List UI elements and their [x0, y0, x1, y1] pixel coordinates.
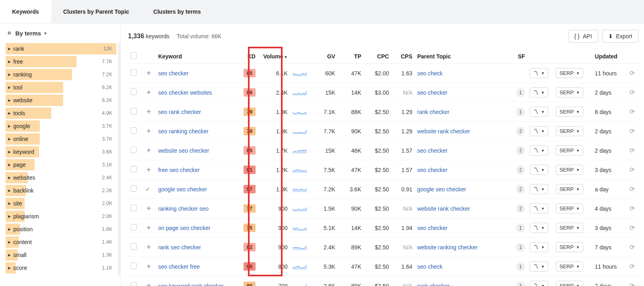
terms-list[interactable]: ▶rank 12K ▶free 7.7K ▶ranking 7.2K ▶tool…: [6, 42, 120, 276]
term-row-free[interactable]: ▶free 7.7K: [6, 55, 116, 68]
open-chart-button[interactable]: 〽 ▼: [530, 261, 548, 271]
open-chart-button[interactable]: 〽 ▼: [530, 165, 548, 175]
keyword-link[interactable]: seo rank checker: [158, 109, 201, 115]
keyword-link[interactable]: seo checker websites: [158, 89, 212, 96]
keyword-link[interactable]: seo ranking checker: [158, 128, 208, 135]
open-chart-button[interactable]: 〽 ▼: [530, 145, 548, 155]
row-checkbox[interactable]: [130, 147, 137, 153]
refresh-icon[interactable]: ⟳: [630, 89, 635, 96]
row-checkbox[interactable]: [130, 89, 137, 95]
parent-topic-link[interactable]: website rank checker: [417, 128, 471, 135]
sf-badge[interactable]: 1: [516, 243, 525, 252]
term-row-websites[interactable]: ▶websites 2.4K: [6, 171, 116, 184]
parent-topic-link[interactable]: seo checker: [417, 89, 448, 96]
term-row-score[interactable]: ▶score 1.1K: [6, 261, 116, 274]
open-chart-button[interactable]: 〽 ▼: [530, 223, 548, 233]
refresh-icon[interactable]: ⟳: [630, 263, 635, 270]
col-gv[interactable]: GV: [312, 49, 338, 64]
add-icon[interactable]: +: [145, 204, 153, 213]
parent-topic-link[interactable]: website rank checker: [417, 205, 471, 212]
serp-button[interactable]: SERP ▼: [556, 145, 583, 155]
add-icon[interactable]: +: [145, 88, 153, 97]
add-icon[interactable]: +: [145, 224, 153, 232]
open-chart-button[interactable]: 〽 ▼: [530, 203, 548, 213]
refresh-icon[interactable]: ⟳: [630, 147, 635, 154]
col-cpc[interactable]: CPC: [364, 49, 392, 64]
serp-button[interactable]: SERP ▼: [556, 242, 583, 252]
export-button[interactable]: ⬇ Export: [602, 30, 638, 43]
parent-topic-link[interactable]: seo checker: [417, 225, 448, 231]
parent-topic-link[interactable]: rank checker: [417, 283, 450, 286]
parent-topic-link[interactable]: rank checker: [417, 109, 450, 115]
sf-badge[interactable]: 1: [516, 224, 525, 232]
refresh-icon[interactable]: ⟳: [630, 108, 635, 116]
open-chart-button[interactable]: 〽 ▼: [530, 184, 548, 194]
row-checkbox[interactable]: [130, 243, 137, 250]
parent-topic-link[interactable]: seo checker: [417, 147, 448, 154]
add-icon[interactable]: +: [145, 146, 153, 155]
serp-button[interactable]: SERP ▼: [556, 87, 583, 97]
sf-badge[interactable]: 1: [516, 282, 525, 286]
col-parent[interactable]: Parent Topic: [415, 49, 512, 64]
tab-clusters-by-parent-topic[interactable]: Clusters by Parent Topic: [51, 0, 141, 23]
row-checkbox[interactable]: [130, 108, 137, 114]
sf-badge[interactable]: 2: [516, 166, 525, 174]
open-chart-button[interactable]: 〽 ▼: [530, 107, 548, 117]
add-icon[interactable]: +: [145, 282, 153, 286]
add-icon[interactable]: +: [145, 127, 153, 135]
keyword-link[interactable]: seo keyword rank checker: [158, 283, 224, 286]
sf-badge[interactable]: 1: [516, 262, 525, 271]
refresh-icon[interactable]: ⟳: [630, 205, 635, 212]
term-row-backlink[interactable]: ▶backlink 2.2K: [6, 184, 116, 197]
term-row-position[interactable]: ▶position 1.6K: [6, 223, 116, 236]
row-checkbox[interactable]: [130, 205, 137, 211]
keyword-link[interactable]: rank seo checker: [158, 244, 201, 251]
keyword-link[interactable]: on page seo checker: [158, 225, 211, 231]
sf-badge[interactable]: 2: [516, 146, 525, 155]
term-row-google[interactable]: ▶google 3.7K: [6, 120, 116, 133]
term-row-rank[interactable]: ▶rank 12K: [6, 42, 116, 55]
row-checkbox[interactable]: [130, 263, 137, 269]
refresh-icon[interactable]: ⟳: [630, 282, 635, 286]
keyword-link[interactable]: seo checker free: [158, 263, 200, 270]
term-row-plagiarism[interactable]: ▶plagiarism 2.0K: [6, 210, 116, 223]
col-cps[interactable]: CPS: [391, 49, 415, 64]
open-chart-button[interactable]: 〽 ▼: [530, 242, 548, 252]
serp-button[interactable]: SERP ▼: [556, 126, 583, 136]
term-row-keyword[interactable]: ▶keyword 3.6K: [6, 145, 116, 158]
refresh-icon[interactable]: ⟳: [630, 224, 635, 232]
keyword-link[interactable]: seo checker: [158, 70, 188, 77]
tab-clusters-by-terms[interactable]: Clusters by terms: [141, 0, 213, 23]
keyword-link[interactable]: free seo checker: [158, 167, 200, 173]
open-chart-button[interactable]: 〽 ▼: [530, 87, 548, 97]
term-row-ranking[interactable]: ▶ranking 7.2K: [6, 68, 116, 81]
row-checkbox[interactable]: [130, 127, 137, 134]
add-icon[interactable]: +: [145, 108, 153, 116]
parent-topic-link[interactable]: website ranking checker: [417, 244, 478, 251]
add-icon[interactable]: +: [145, 69, 153, 77]
serp-button[interactable]: SERP ▼: [556, 281, 583, 286]
keyword-link[interactable]: ranking checker seo: [158, 205, 208, 212]
term-row-website[interactable]: ▶website 6.2K: [6, 94, 116, 107]
refresh-icon[interactable]: ⟳: [630, 166, 635, 174]
term-row-small[interactable]: ▶small 1.3K: [6, 249, 116, 261]
keyword-link[interactable]: website seo checker: [158, 147, 209, 154]
row-checkbox[interactable]: [130, 282, 137, 286]
parent-topic-link[interactable]: seo check: [417, 263, 443, 270]
add-icon[interactable]: +: [145, 243, 153, 251]
row-checkbox[interactable]: [130, 69, 137, 76]
sf-badge[interactable]: 1: [516, 108, 525, 116]
col-tp[interactable]: TP: [338, 49, 364, 64]
sf-badge[interactable]: 2: [516, 204, 525, 213]
add-icon[interactable]: +: [145, 262, 153, 271]
parent-topic-link[interactable]: seo checker: [417, 167, 448, 173]
term-row-site[interactable]: ▶site 2.0K: [6, 197, 116, 210]
sf-badge[interactable]: 2: [516, 185, 525, 194]
parent-topic-link[interactable]: seo check: [417, 70, 443, 77]
row-checkbox[interactable]: [130, 185, 137, 192]
col-updated[interactable]: Updated: [592, 49, 627, 64]
col-kd[interactable]: KD: [238, 49, 258, 64]
serp-button[interactable]: SERP ▼: [556, 203, 583, 213]
refresh-icon[interactable]: ⟳: [630, 243, 635, 251]
col-keyword[interactable]: Keyword: [156, 49, 238, 64]
